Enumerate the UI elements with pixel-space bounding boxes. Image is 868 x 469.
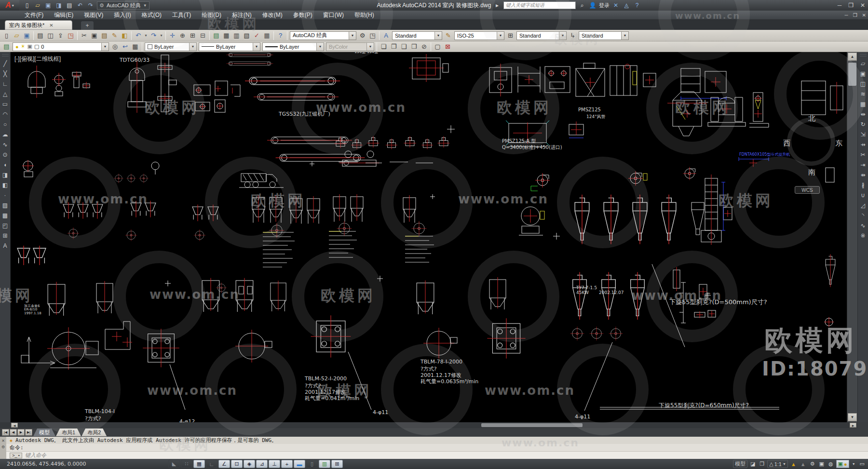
- erase-button[interactable]: ▱: [858, 58, 868, 68]
- color-combo[interactable]: ByLayer▼: [145, 42, 197, 51]
- redo-drop-button[interactable]: ▾: [159, 31, 164, 40]
- exchange-apps-icon[interactable]: ✕: [611, 2, 620, 9]
- tab-nav-0[interactable]: |◀: [2, 429, 9, 436]
- doc-restore-button[interactable]: ❐: [853, 13, 857, 18]
- cut-button[interactable]: ✂: [79, 31, 89, 40]
- menu-item-11[interactable]: 帮助(H): [349, 11, 380, 19]
- quickcalc-button[interactable]: ▦: [262, 31, 272, 40]
- performance-panel[interactable]: ▣ ●: [836, 460, 849, 468]
- move-button[interactable]: ⇹: [858, 109, 868, 119]
- signin-button[interactable]: 登录: [599, 2, 610, 9]
- quick-view-drawings-icon[interactable]: ❐: [758, 460, 766, 468]
- close-icon[interactable]: ✕: [1, 439, 5, 443]
- doc-close-button[interactable]: ✕: [862, 13, 866, 18]
- show-transparency-toggle[interactable]: ▯: [306, 460, 318, 468]
- mleader-style-icon[interactable]: ↳: [568, 31, 578, 40]
- send-to-back-button[interactable]: ❐: [389, 42, 399, 52]
- menu-item-9[interactable]: 参数(P): [288, 11, 318, 19]
- publish-button[interactable]: ⇪: [55, 31, 66, 40]
- table-style-icon[interactable]: ⊞: [505, 31, 515, 40]
- scroll-up-icon[interactable]: ▲: [848, 53, 857, 61]
- redo-button[interactable]: ↷: [86, 1, 95, 10]
- spline-button[interactable]: ∿: [0, 139, 10, 149]
- open-button[interactable]: ▱: [33, 1, 42, 10]
- trim-button[interactable]: ✂: [858, 149, 868, 160]
- save-button[interactable]: ▣: [43, 1, 53, 10]
- scroll-down-icon[interactable]: ▼: [848, 413, 857, 421]
- close-button[interactable]: ✕: [860, 2, 865, 9]
- menu-item-10[interactable]: 窗口(W): [318, 11, 349, 19]
- workspace-save-button[interactable]: ◳: [367, 31, 378, 40]
- toolbar-grip[interactable]: [2, 54, 9, 56]
- snap-mode-toggle[interactable]: ∷: [181, 460, 192, 468]
- menu-item-5[interactable]: 工具(T): [167, 11, 196, 19]
- show-lineweight-toggle[interactable]: ▬: [294, 460, 305, 468]
- menu-item-6[interactable]: 绘图(D): [196, 11, 227, 19]
- wcs-dropdown[interactable]: WCS: [795, 186, 820, 194]
- redo-button[interactable]: ↷: [149, 31, 159, 40]
- infer-constraints-toggle[interactable]: ◣: [168, 460, 180, 468]
- annotation-visibility-icon[interactable]: ▲: [789, 460, 798, 468]
- command-line-icon[interactable]: >_▾: [10, 453, 22, 458]
- fillet-button[interactable]: ◝: [858, 210, 868, 220]
- scroll-left-icon[interactable]: ◀: [11, 423, 18, 428]
- copy-button[interactable]: ▣: [858, 68, 868, 79]
- autodesk360-icon[interactable]: ◬: [622, 2, 631, 9]
- drawing-canvas[interactable]: [-][俯视][二维线框] TDTG60/33150型100型TGSS32(九江…: [11, 52, 847, 422]
- menu-item-2[interactable]: 视图(V): [79, 11, 108, 19]
- dynamic-input-toggle[interactable]: +: [281, 460, 293, 468]
- ellipse-button[interactable]: ⊙: [0, 149, 10, 160]
- stretch-button[interactable]: ⇸: [858, 139, 868, 149]
- blend-curves-button[interactable]: ∿: [858, 220, 868, 230]
- array-button[interactable]: ▦: [858, 99, 868, 109]
- menu-item-0[interactable]: 文件(F): [19, 11, 49, 19]
- layout-tab-布局2[interactable]: 布局2: [81, 429, 107, 436]
- make-object-layer-current-button[interactable]: ◎: [110, 42, 120, 52]
- send-under-button[interactable]: ❒: [409, 42, 419, 52]
- layer-previous-button[interactable]: ↩: [120, 42, 130, 52]
- grid-display-toggle[interactable]: ▦: [193, 460, 205, 468]
- plot-preview-button[interactable]: ◫: [45, 31, 55, 40]
- block-editor-button[interactable]: ◧: [120, 31, 130, 40]
- undo-button[interactable]: ↶: [75, 1, 85, 10]
- text-style-combo[interactable]: Standard▼: [392, 31, 442, 40]
- mleader-style-combo[interactable]: Standard▼: [579, 31, 629, 40]
- designcenter-button[interactable]: ▦: [221, 31, 231, 40]
- new-tab-button[interactable]: +: [81, 21, 94, 30]
- compass-north[interactable]: 北: [808, 114, 815, 123]
- help-icon[interactable]: ?: [633, 2, 641, 9]
- isolate-objects-button[interactable]: ▢: [433, 42, 443, 52]
- export-dwf-button[interactable]: ◳: [66, 31, 76, 40]
- vertical-scrollbar[interactable]: ▲ ▼: [847, 52, 857, 422]
- menu-item-8[interactable]: 修改(M): [257, 11, 288, 19]
- undo-button[interactable]: ↶: [133, 31, 143, 40]
- tab-nav-1[interactable]: ◀: [10, 429, 17, 436]
- table-button[interactable]: ⊞: [0, 230, 10, 241]
- command-input[interactable]: 键入命令: [25, 452, 46, 459]
- tab-nav-2[interactable]: ▶: [17, 429, 25, 436]
- workspace-settings-button[interactable]: ⚙: [357, 31, 367, 40]
- menu-item-1[interactable]: 编辑(E): [49, 11, 79, 19]
- explode-button[interactable]: ※: [858, 230, 868, 241]
- end-isolate-button[interactable]: ⊠: [443, 42, 453, 52]
- sheet-set-manager-button[interactable]: ▧: [242, 31, 252, 40]
- autoscale-icon[interactable]: ▲: [799, 460, 807, 468]
- paste-clip-button[interactable]: ▤: [99, 31, 109, 40]
- zoom-realtime-button[interactable]: ⊕: [177, 31, 188, 40]
- wrench-icon[interactable]: ⚙: [1, 445, 5, 449]
- region-button[interactable]: ◰: [0, 220, 10, 230]
- make-block-button[interactable]: ◧: [0, 180, 10, 190]
- plot-button[interactable]: ▤: [65, 1, 74, 10]
- clean-screen-button[interactable]: ▭: [858, 460, 866, 468]
- command-window-grip[interactable]: ✕ ⚙: [0, 437, 6, 459]
- viewcube-compass[interactable]: 北 南 西 东: [785, 114, 841, 179]
- help-button[interactable]: ?: [275, 31, 285, 40]
- ortho-mode-toggle[interactable]: ∟: [206, 460, 217, 468]
- hatch-button[interactable]: ▨: [0, 200, 10, 210]
- construction-line-button[interactable]: ╳: [0, 68, 10, 79]
- offset-button[interactable]: ≋: [858, 89, 868, 99]
- ellipse-arc-button[interactable]: ◖: [0, 160, 10, 170]
- quick-properties-toggle[interactable]: ▥: [319, 460, 330, 468]
- properties-button[interactable]: ▤: [211, 31, 221, 40]
- polar-tracking-toggle[interactable]: ∠: [218, 460, 230, 468]
